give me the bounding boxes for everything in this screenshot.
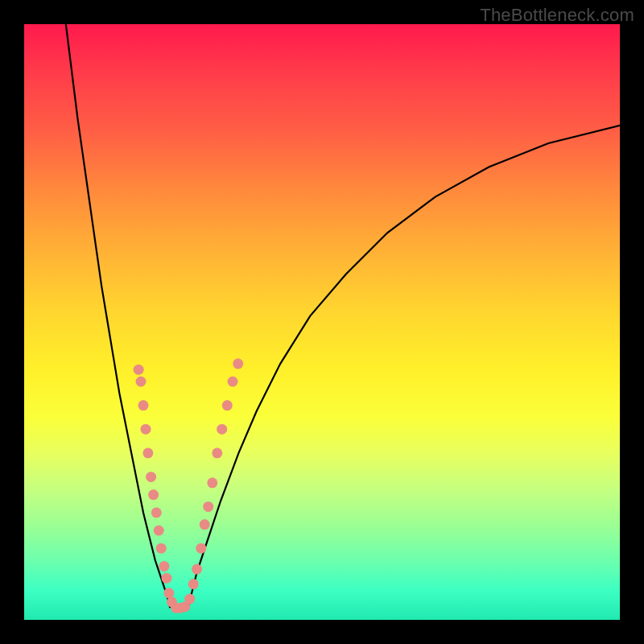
bottleneck-chart <box>24 24 620 620</box>
curve-right <box>188 126 621 608</box>
data-dot <box>151 507 162 518</box>
data-dot <box>184 594 195 605</box>
data-dot <box>134 365 144 375</box>
data-dot <box>159 561 169 572</box>
data-dot <box>200 519 210 530</box>
data-dot <box>138 400 149 411</box>
watermark-text: TheBottleneck.com <box>480 5 634 26</box>
data-dot <box>142 448 153 458</box>
curve-left <box>66 24 171 608</box>
data-dot <box>154 526 164 536</box>
data-dot <box>212 448 222 458</box>
data-dot <box>188 579 199 589</box>
data-dot <box>148 489 159 500</box>
data-dot <box>203 502 213 512</box>
data-dot <box>222 400 233 411</box>
data-dot <box>136 377 147 387</box>
data-dot <box>228 377 238 387</box>
data-dot <box>163 588 174 598</box>
data-dot <box>192 564 202 575</box>
data-dot <box>156 543 167 554</box>
data-dot <box>233 358 243 369</box>
data-dot <box>141 424 151 435</box>
chart-frame <box>24 24 620 620</box>
data-dot <box>217 424 227 435</box>
data-dot <box>146 472 156 482</box>
data-dot <box>207 477 217 488</box>
data-dot <box>196 543 206 554</box>
data-dot <box>161 573 171 584</box>
